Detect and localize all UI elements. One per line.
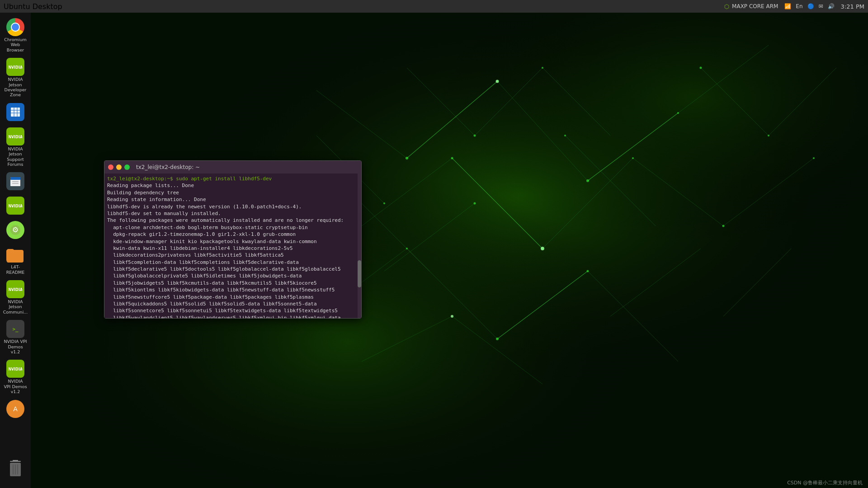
terminal-label: NVIDIA VPI Demos v1.2	[3, 339, 28, 354]
svg-point-37	[586, 179, 589, 182]
scrollbar-track[interactable]	[358, 174, 361, 318]
nvidia-indicator: ⬡	[724, 3, 729, 10]
jetson-zoo-icon: NVIDIA	[6, 197, 24, 215]
maximize-button[interactable]	[124, 164, 130, 170]
svg-point-56	[541, 247, 544, 250]
folder-icon	[6, 245, 24, 263]
volume-icon: 🔊	[828, 3, 835, 9]
dock-item-spreadsheet[interactable]	[2, 101, 29, 124]
chromium-icon	[6, 18, 24, 36]
dock-item-notes[interactable]	[2, 170, 29, 193]
svg-text:NVIDIA: NVIDIA	[9, 367, 22, 371]
svg-point-43	[406, 248, 408, 249]
term-line-5: libhdf5-dev set to manually installed.	[107, 210, 359, 217]
nvidia-dev-icon: NVIDIA	[6, 58, 24, 76]
term-line-9: kde-window-manager kinit kio kpackagetoo…	[107, 238, 359, 245]
dock-item-nvidia-community[interactable]: NVIDIA NVIDIA Jetson Communi...	[2, 278, 29, 316]
svg-rect-60	[11, 108, 20, 117]
bluetooth-icon: 🔵	[807, 3, 814, 9]
close-button[interactable]	[108, 164, 113, 170]
terminal-lines: tx2_lei@tx2-desktop:~$ sudo apt-get inst…	[107, 175, 359, 318]
svg-text:⚙: ⚙	[12, 225, 19, 234]
dock-item-l4t[interactable]: L4T- README	[2, 244, 29, 277]
svg-point-47	[474, 202, 476, 205]
term-line-12: libkf5completion-data libkf5completions …	[107, 259, 359, 266]
spreadsheet-icon	[6, 103, 24, 121]
term-line-7: apt-clone archdetect-deb bogl-bterm busy…	[107, 224, 359, 231]
watermark: CSDN @鲁棒最小二乘支持向量机	[782, 478, 868, 488]
scrollbar-thumb[interactable]	[358, 260, 361, 287]
dock-item-terminal[interactable]: >_ NVIDIA VPI Demos v1.2	[2, 318, 29, 356]
taskbar-top: Ubuntu Desktop ⬡ MAXP CORE ARM 📶 En 🔵 ✉ …	[0, 0, 868, 13]
term-line-2: Building dependency tree	[107, 189, 359, 196]
lang-indicator: En	[796, 3, 802, 9]
dock: Chromium Web Browser NVIDIA NVIDIA Jetso…	[0, 13, 31, 488]
term-line-17: libkf5newstuffcore5 libkf5package-data l…	[107, 294, 359, 300]
svg-text:NVIDIA: NVIDIA	[9, 135, 22, 139]
svg-point-51	[542, 67, 543, 69]
term-line-3: Reading state information... Done	[107, 196, 359, 203]
dock-item-jetson-zoo[interactable]: NVIDIA	[2, 195, 29, 217]
terminal-title: tx2_lei@tx2-desktop: ~	[136, 164, 200, 170]
term-line-1: Reading package lists... Done	[107, 182, 359, 189]
dock-item-chromium[interactable]: Chromium Web Browser	[2, 16, 29, 54]
term-line-10: kwin-data kwin-x11 libdebian-installer4 …	[107, 245, 359, 252]
svg-point-39	[451, 157, 453, 160]
l4t-label: L4T- README	[6, 264, 25, 275]
vpi-label: NVIDIA VPI Demos v1.2	[4, 379, 27, 394]
svg-point-53	[768, 135, 769, 136]
svg-text:NVIDIA: NVIDIA	[9, 66, 22, 70]
taskbar-right-area: ⬡ MAXP CORE ARM 📶 En 🔵 ✉ 🔊 3:21 PM	[724, 3, 864, 10]
dock-item-nvidia-support[interactable]: NVIDIA NVIDIA Jetson Support Forums	[2, 126, 29, 169]
terminal-icon: >_	[6, 320, 24, 338]
nvidia-support-label: NVIDIA Jetson Support Forums	[7, 146, 24, 167]
clock: 3:21 PM	[841, 3, 864, 10]
svg-point-38	[677, 112, 679, 114]
mail-icon: ✉	[819, 3, 823, 9]
nvidia-support-icon: NVIDIA	[6, 127, 24, 145]
dock-item-settings[interactable]: ⚙	[2, 219, 29, 242]
svg-point-49	[383, 202, 385, 204]
term-line-0: tx2_lei@tx2-desktop:~$ sudo apt-get inst…	[107, 175, 359, 182]
svg-point-44	[496, 338, 499, 340]
app-center-icon: A	[6, 400, 24, 418]
term-line-20: libkf5waylandclient5 libkf5waylandserver…	[107, 314, 359, 318]
wifi-icon: 📶	[784, 3, 791, 9]
term-line-19: libkf5sonnetcore5 libkf5sonnetui5 libkf5…	[107, 307, 359, 314]
terminal-content[interactable]: tx2_lei@tx2-desktop:~$ sudo apt-get inst…	[104, 174, 361, 318]
watermark-text: CSDN @鲁棒最小二乘支持向量机	[787, 480, 863, 486]
svg-text:NVIDIA: NVIDIA	[9, 204, 22, 208]
svg-point-57	[451, 315, 453, 318]
svg-text:NVIDIA: NVIDIA	[9, 288, 22, 292]
term-line-4: libhdf5-dev is already the newest versio…	[107, 203, 359, 210]
svg-point-54	[813, 157, 815, 159]
svg-point-45	[587, 270, 589, 272]
dock-item-app-center[interactable]: A	[2, 398, 29, 421]
chromium-label: Chromium Web Browser	[4, 37, 26, 52]
svg-point-41	[632, 157, 634, 159]
svg-text:A: A	[13, 405, 18, 413]
svg-point-42	[722, 225, 725, 227]
dock-item-vpi[interactable]: NVIDIA NVIDIA VPI Demos v1.2	[2, 358, 29, 396]
dock-item-nvidia-dev[interactable]: NVIDIA NVIDIA Jetson Developer Zone	[2, 56, 29, 99]
term-line-15: libkf5jobwidgets5 libkf5kcmutils-data li…	[107, 280, 359, 286]
vpi-icon: NVIDIA	[6, 360, 24, 378]
settings-icon: ⚙	[6, 221, 24, 239]
term-line-18: libkf5quickaddons5 libkf5solid5 libkf5so…	[107, 300, 359, 307]
term-line-14: libkf5globalaccelprivate5 libkf5idletime…	[107, 272, 359, 279]
dock-item-trash[interactable]	[2, 458, 29, 481]
svg-point-52	[700, 67, 702, 69]
minimize-button[interactable]	[116, 164, 122, 170]
term-line-6: The following packages were automaticall…	[107, 217, 359, 224]
trash-icon	[7, 460, 24, 478]
svg-point-55	[496, 80, 499, 83]
term-line-16: libkf5kiontlms libkf5kiobwidgets-data li…	[107, 286, 359, 293]
svg-point-48	[564, 135, 566, 136]
svg-point-35	[406, 157, 408, 160]
term-line-11: libkdecorations2privatesvs libkf5activit…	[107, 252, 359, 258]
taskbar-title: Ubuntu Desktop	[4, 2, 62, 11]
svg-rect-68	[10, 177, 20, 180]
nvidia-community-icon: NVIDIA	[6, 280, 24, 298]
svg-point-50	[474, 135, 476, 137]
nvidia-label: MAXP CORE ARM	[732, 3, 778, 9]
